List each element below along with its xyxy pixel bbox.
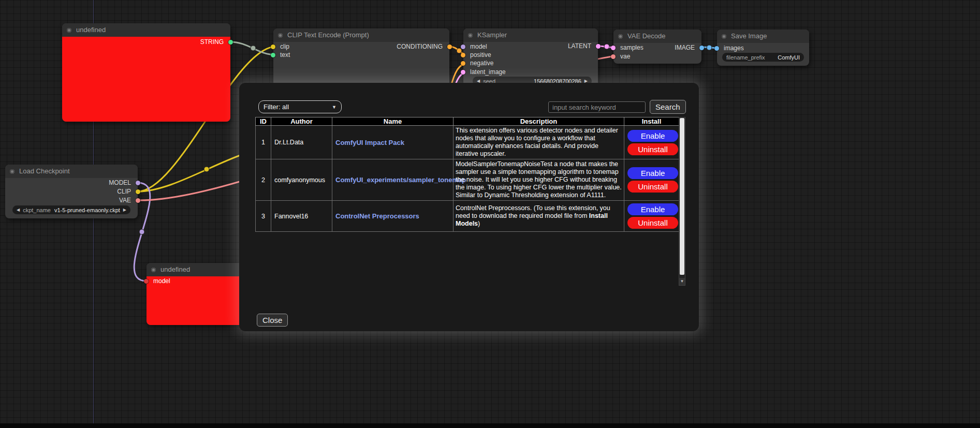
cell-author: Fannovel16: [271, 201, 332, 232]
output-slot-model[interactable]: MODEL: [109, 179, 138, 187]
table-scrollbar[interactable]: ▼: [679, 117, 685, 286]
slot-dot-icon[interactable]: [136, 198, 140, 203]
decrement-arrow-icon[interactable]: ◀: [17, 205, 20, 214]
cell-description: This extension offers various detector n…: [454, 126, 624, 159]
node-graph-canvas[interactable]: undefined STRING CLIP Text Encode (Promp…: [0, 0, 980, 428]
slot-dot-icon[interactable]: [447, 45, 452, 49]
wire-midpoint-dot: [139, 229, 144, 234]
node-load-checkpoint[interactable]: Load Checkpoint MODEL CLIP VAE ◀ ckpt_na…: [5, 165, 138, 218]
wire-midpoint-dot: [251, 46, 256, 51]
col-header-author: Author: [271, 117, 332, 126]
node-title[interactable]: VAE Decode: [613, 29, 701, 43]
cell-name: ComfyUI Impact Pack: [332, 126, 454, 159]
scrollbar-thumb[interactable]: [680, 118, 684, 275]
ckpt-name-widget[interactable]: ◀ ckpt_name v1-5-pruned-emaonly.ckpt ▶: [12, 205, 130, 214]
cell-author: Dr.Lt.Data: [271, 126, 332, 159]
wire-midpoint-dot: [457, 48, 462, 53]
collapse-dot-icon[interactable]: [151, 268, 156, 272]
extension-table: ID Author Name Description Install 1 Dr.…: [255, 117, 679, 232]
slot-dot-icon[interactable]: [461, 45, 465, 49]
uninstall-button[interactable]: Uninstall: [627, 143, 678, 155]
slot-dot-icon[interactable]: [136, 181, 140, 185]
uninstall-button[interactable]: Uninstall: [627, 217, 678, 229]
slot-dot-icon[interactable]: [461, 70, 465, 75]
node-undefined-top[interactable]: undefined STRING: [62, 23, 230, 122]
slot-dot-icon[interactable]: [144, 279, 149, 284]
input-slot-text[interactable]: text: [273, 51, 290, 59]
col-header-description: Description: [454, 117, 624, 126]
cell-description: ControlNet Preprocessors. (To use this e…: [454, 201, 624, 232]
collapse-dot-icon[interactable]: [67, 28, 71, 33]
wire-midpoint-dot: [604, 44, 609, 49]
slot-dot-icon[interactable]: [271, 45, 275, 49]
col-header-install: Install: [624, 117, 679, 126]
wire-midpoint-dot: [707, 45, 712, 50]
uninstall-button[interactable]: Uninstall: [627, 181, 678, 193]
col-header-id: ID: [256, 117, 271, 126]
collapse-dot-icon[interactable]: [278, 33, 283, 38]
enable-button[interactable]: Enable: [627, 130, 678, 142]
scroll-down-icon[interactable]: ▼: [679, 278, 685, 285]
slot-dot-icon[interactable]: [596, 44, 601, 49]
slot-dot-icon[interactable]: [699, 46, 704, 50]
output-slot-string[interactable]: STRING: [200, 38, 230, 46]
cell-name: ComfyUI_experiments/sampler_tonemap: [332, 159, 454, 201]
node-vae-decode[interactable]: VAE Decode samples vae IMAGE: [613, 29, 701, 64]
node-title[interactable]: KSampler: [463, 28, 598, 42]
search-input[interactable]: [548, 101, 646, 113]
input-slot-negative[interactable]: negative: [463, 59, 493, 67]
node-save-image[interactable]: Save Image images filename_prefix ComfyU…: [717, 29, 809, 66]
slot-dot-icon[interactable]: [461, 61, 465, 66]
collapse-dot-icon[interactable]: [722, 34, 726, 39]
output-slot-conditioning[interactable]: CONDITIONING: [397, 42, 449, 51]
extension-link[interactable]: ComfyUI_experiments/sampler_tonemap: [335, 176, 466, 184]
cell-install: Enable Uninstall: [624, 126, 679, 159]
extension-manager-dialog: Filter: all ▼ Search ID Author Name Desc…: [239, 83, 699, 331]
cell-id: 2: [256, 159, 271, 201]
input-slot-clip[interactable]: clip: [273, 42, 289, 51]
cell-name: ControlNet Preprocessors: [332, 201, 454, 232]
collapse-dot-icon[interactable]: [10, 169, 14, 174]
enable-button[interactable]: Enable: [627, 203, 678, 215]
input-slot-model[interactable]: model: [147, 277, 170, 285]
input-slot-positive[interactable]: positive: [463, 51, 491, 59]
search-button[interactable]: Search: [650, 100, 686, 114]
cell-author: comfyanonymous: [271, 159, 332, 201]
cell-install: Enable Uninstall: [624, 159, 679, 201]
output-slot-vae[interactable]: VAE: [119, 196, 138, 204]
slot-dot-icon[interactable]: [228, 40, 233, 45]
output-slot-latent[interactable]: LATENT: [568, 42, 598, 50]
output-slot-image[interactable]: IMAGE: [675, 43, 701, 52]
node-title[interactable]: Save Image: [717, 29, 809, 43]
node-title[interactable]: Load Checkpoint: [5, 165, 138, 178]
extension-link[interactable]: ComfyUI Impact Pack: [335, 139, 404, 146]
slot-dot-icon[interactable]: [136, 189, 140, 194]
slot-dot-icon[interactable]: [611, 54, 616, 59]
close-button[interactable]: Close: [257, 314, 288, 327]
node-title[interactable]: undefined: [62, 23, 230, 37]
cell-id: 1: [256, 126, 271, 159]
slot-dot-icon[interactable]: [714, 46, 719, 51]
slot-dot-icon[interactable]: [271, 53, 275, 57]
cell-id: 3: [256, 201, 271, 232]
enable-button[interactable]: Enable: [627, 167, 678, 179]
collapse-dot-icon[interactable]: [618, 34, 623, 39]
col-header-name: Name: [332, 117, 454, 126]
table-row: 1 Dr.Lt.Data ComfyUI Impact Pack This ex…: [256, 126, 679, 159]
cell-description: ModelSamplerTonemapNoiseTest a node that…: [454, 159, 624, 201]
wire-midpoint-dot: [204, 167, 209, 172]
input-slot-vae[interactable]: vae: [613, 52, 630, 61]
collapse-dot-icon[interactable]: [468, 33, 473, 38]
input-slot-images[interactable]: images: [717, 44, 744, 52]
slot-dot-icon[interactable]: [461, 53, 465, 57]
output-slot-clip[interactable]: CLIP: [117, 187, 138, 196]
slot-dot-icon[interactable]: [611, 46, 616, 50]
node-title[interactable]: CLIP Text Encode (Prompt): [273, 28, 449, 42]
input-slot-model[interactable]: model: [463, 42, 487, 51]
extension-link[interactable]: ControlNet Preprocessors: [335, 212, 419, 220]
input-slot-latent-image[interactable]: latent_image: [463, 68, 506, 76]
filter-select[interactable]: Filter: all ▼: [258, 100, 342, 113]
filename-prefix-widget[interactable]: filename_prefix ComfyUI: [722, 53, 804, 62]
increment-arrow-icon[interactable]: ▶: [123, 205, 126, 214]
input-slot-samples[interactable]: samples: [613, 43, 643, 52]
